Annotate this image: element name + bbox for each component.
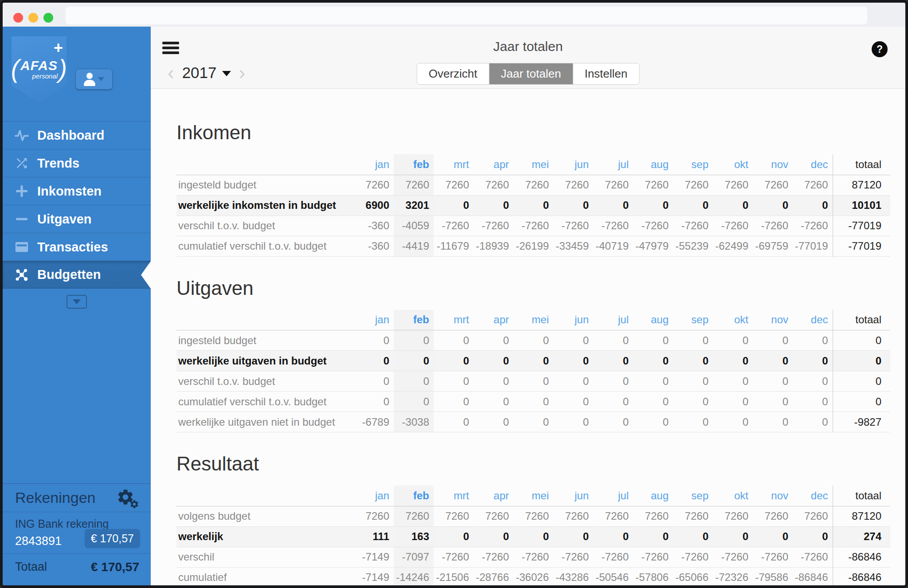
value-cell: 7260 — [553, 506, 593, 526]
value-cell: 7260 — [354, 506, 394, 526]
value-cell: -55239 — [673, 236, 713, 256]
account-name: ING Bank rekening — [15, 517, 139, 530]
sidebar-collapse-button[interactable] — [67, 295, 87, 309]
uitgaven-table: janfebmrtaprmeijunjulaugsepoktnovdectota… — [176, 310, 890, 433]
value-cell: 0 — [593, 392, 633, 412]
zoom-window-button[interactable] — [43, 13, 53, 23]
help-button[interactable]: ? — [872, 41, 888, 57]
active-item-notch — [141, 261, 151, 289]
value-cell: -360 — [354, 236, 394, 256]
value-cell: 0 — [713, 351, 753, 371]
account-list-item[interactable]: ING Bank rekening 2843891 € 170,57 — [3, 512, 151, 554]
total-cell: 0 — [833, 392, 890, 412]
year-navigator: ‹ 2017 › — [166, 64, 247, 82]
value-cell: 0 — [434, 195, 474, 216]
value-cell: 0 — [593, 330, 633, 351]
row-label: cumulatief verschil t.o.v. budget — [176, 236, 354, 256]
value-cell: 0 — [553, 526, 593, 547]
total-cell: 10101 — [833, 195, 890, 216]
value-cell: 7260 — [633, 506, 673, 526]
sidebar: + ( AFAS personal ) DashboardTrendsInkom… — [3, 27, 151, 585]
value-cell: 0 — [713, 330, 753, 351]
minimize-window-button[interactable] — [28, 13, 38, 23]
value-cell: 7260 — [633, 175, 673, 195]
year-select[interactable]: 2017 — [182, 64, 231, 82]
value-cell: 0 — [753, 330, 793, 351]
value-cell: 7260 — [713, 175, 753, 195]
total-cell: 0 — [833, 330, 890, 351]
value-cell: 0 — [753, 412, 793, 432]
logo-swoosh-right: ) — [59, 56, 67, 82]
value-cell: 7260 — [553, 175, 593, 195]
resultaat-table: janfebmrtaprmeijunjulaugsepoktnovdectota… — [176, 486, 890, 585]
value-cell: 0 — [713, 526, 753, 547]
sidebar-item-dashboard[interactable]: Dashboard — [3, 121, 151, 149]
value-cell: 0 — [793, 330, 833, 351]
value-cell: 7260 — [474, 506, 513, 526]
value-cell: -86846 — [793, 567, 833, 585]
next-year-button[interactable]: › — [237, 64, 247, 82]
value-cell: -7260 — [713, 216, 753, 236]
value-cell: 0 — [474, 371, 513, 392]
value-cell: 0 — [474, 412, 513, 432]
activity-icon — [13, 127, 30, 144]
accounts-settings-button[interactable] — [116, 488, 139, 508]
value-cell: 0 — [713, 392, 753, 412]
value-cell: 7260 — [673, 175, 713, 195]
value-cell: 0 — [633, 351, 673, 371]
sidebar-item-uitgaven[interactable]: Uitgaven — [3, 205, 151, 233]
value-cell: 7260 — [513, 175, 553, 195]
value-cell: -7260 — [713, 547, 753, 567]
value-cell: 0 — [753, 351, 793, 371]
value-cell: 0 — [394, 392, 434, 412]
value-cell: 7260 — [354, 175, 394, 195]
chevron-down-icon — [73, 299, 81, 304]
value-cell: 0 — [753, 526, 793, 547]
tab-instellen[interactable]: Instellen — [573, 63, 639, 84]
value-cell: -7149 — [354, 567, 394, 585]
month-header-row: janfebmrtaprmeijunjulaugsepoktnovdectota… — [176, 486, 890, 506]
value-cell: 7260 — [474, 175, 513, 195]
sidebar-item-label: Uitgaven — [37, 212, 91, 227]
logo-brand-sub: personal — [32, 72, 58, 80]
app-window: + ( AFAS personal ) DashboardTrendsInkom… — [0, 0, 908, 588]
value-cell: -28766 — [474, 567, 513, 585]
value-cell: 0 — [474, 330, 513, 351]
content-header: Jaar totalen ? ‹ 2017 › OverzichtJaar to… — [151, 27, 905, 89]
close-window-button[interactable] — [13, 13, 23, 23]
value-cell: 0 — [474, 195, 513, 216]
sidebar-item-transacties[interactable]: Transacties — [3, 233, 151, 261]
url-input[interactable] — [66, 7, 867, 24]
value-cell: 7260 — [793, 506, 833, 526]
afas-personal-logo: + ( AFAS personal ) — [12, 36, 67, 103]
month-header-nov: nov — [753, 486, 793, 506]
value-cell: 0 — [673, 351, 713, 371]
table-row: werkelijke uitgaven niet in budget-6789-… — [176, 412, 890, 432]
value-cell: 0 — [434, 526, 474, 547]
sidebar-item-inkomsten[interactable]: Inkomsten — [3, 177, 151, 205]
value-cell: 0 — [673, 392, 713, 412]
sidebar-item-trends[interactable]: Trends — [3, 149, 151, 177]
accounts-panel: Rekeningen ING Bank rekening 2843891 € 1… — [3, 483, 151, 585]
sidebar-item-budgetten[interactable]: Budgetten — [3, 261, 151, 289]
previous-year-button[interactable]: ‹ — [166, 64, 176, 82]
value-cell: -7260 — [793, 216, 833, 236]
value-cell: -7260 — [593, 216, 633, 236]
value-cell: -14246 — [394, 567, 434, 585]
value-cell: 0 — [434, 351, 474, 371]
user-avatar-button[interactable] — [75, 69, 113, 90]
value-cell: 0 — [633, 526, 673, 547]
value-cell: 0 — [394, 371, 434, 392]
value-cell: 163 — [394, 526, 434, 547]
value-cell: 0 — [793, 526, 833, 547]
total-cell: 0 — [833, 371, 890, 392]
month-header-mei: mei — [513, 310, 553, 330]
tab-overzicht[interactable]: Overzicht — [417, 63, 489, 84]
value-cell: 0 — [753, 392, 793, 412]
value-cell: -77019 — [793, 236, 833, 256]
page-title: Jaar totalen — [151, 39, 905, 54]
row-label: werkelijke uitgaven in budget — [176, 351, 354, 371]
value-cell: 0 — [354, 371, 394, 392]
tab-jaar-totalen[interactable]: Jaar totalen — [489, 63, 573, 84]
row-label: werkelijk — [176, 526, 354, 547]
